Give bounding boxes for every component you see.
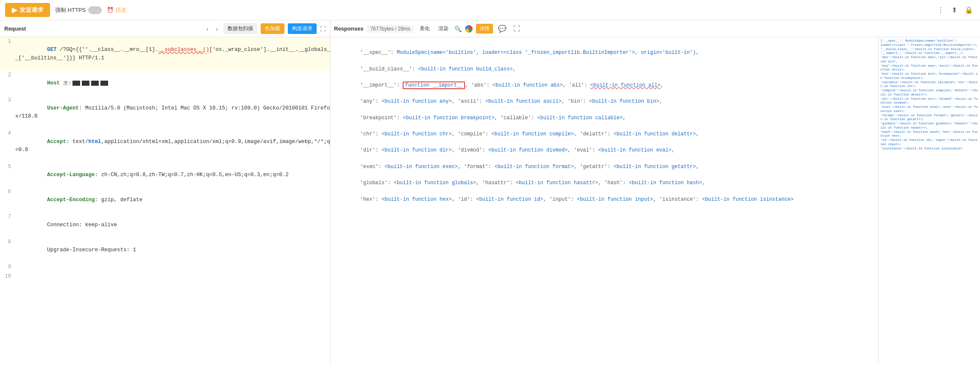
highlighted-import: function __import__ bbox=[403, 81, 465, 89]
tab-construct-button[interactable]: 构造请求 bbox=[288, 23, 317, 34]
mini-response-panel: {'__spec__': ModuleSpec(name='builtins',… bbox=[878, 37, 980, 365]
toolbar-right: ⋮ ⬆ 🔒 bbox=[935, 4, 975, 16]
response-title: Responses bbox=[334, 25, 363, 32]
code-line-8: 8 Upgrade-Insecure-Requests: 1 bbox=[0, 238, 330, 263]
code-line-3: 3 User-Agent: Mozilla/5.0 (Macintosh; In… bbox=[0, 96, 330, 129]
request-code-area[interactable]: 1 GET /?GQ={{''.__class__.__mro__[1].__s… bbox=[0, 37, 330, 365]
code-line-10: 10 bbox=[0, 272, 330, 281]
chrome-icon bbox=[465, 25, 473, 33]
response-content-wrapper: '__spec__': ModuleSpec(name='builtins', … bbox=[331, 37, 980, 365]
comment-icon-button[interactable]: 💬 bbox=[496, 23, 508, 34]
tab-hotload-button[interactable]: 热加载 bbox=[261, 23, 284, 34]
code-line-5: 5 Accept-Language: zh-CN,zh;q=0.8,zh-TW;… bbox=[0, 163, 330, 188]
code-line-6: 6 Accept-Encoding: gzip, deflate bbox=[0, 188, 330, 213]
lock-icon-button[interactable]: 🔒 bbox=[963, 4, 975, 16]
force-https-toggle[interactable] bbox=[88, 6, 102, 14]
code-line-2: 2 Host ?: bbox=[0, 71, 330, 96]
upload-icon-button[interactable]: ⬆ bbox=[950, 4, 959, 16]
send-icon: ▶ bbox=[12, 6, 17, 14]
request-panel-title: Request bbox=[4, 25, 26, 32]
share-icon-button[interactable]: ⋮ bbox=[935, 4, 946, 16]
request-panel: Request ‹ › 数据包扫描 热加载 构造请求 ⛶ 1 GET /?GQ=… bbox=[0, 20, 331, 365]
response-body[interactable]: '__spec__': ModuleSpec(name='builtins', … bbox=[331, 37, 878, 365]
clock-icon: ⏰ bbox=[107, 7, 114, 13]
nav-prev-button[interactable]: ‹ bbox=[204, 25, 211, 33]
request-panel-header: Request ‹ › 数据包扫描 热加载 构造请求 ⛶ bbox=[0, 20, 330, 37]
detail-button[interactable]: 详情 bbox=[476, 24, 493, 34]
toolbar: ▶ 发送请求 强制 HTTPS ⏰ 历史 ⋮ ⬆ 🔒 bbox=[0, 0, 980, 20]
code-line-4: 4 Accept: text/html,application/xhtml+xm… bbox=[0, 129, 330, 163]
tab-scan-button[interactable]: 数据包扫描 bbox=[223, 23, 257, 34]
beautify-button[interactable]: 美化 bbox=[417, 24, 432, 34]
main-content: Request ‹ › 数据包扫描 热加载 构造请求 ⛶ 1 GET /?GQ=… bbox=[0, 20, 980, 365]
code-line-1: 1 GET /?GQ={{''.__class__.__mro__[1].__s… bbox=[0, 37, 330, 71]
code-line-9: 9 bbox=[0, 263, 330, 272]
send-label: 发送请求 bbox=[19, 6, 43, 14]
response-header: Responses 7677bytes / 28ms 美化 渲染 🔍 详情 💬 … bbox=[331, 20, 980, 37]
history-button[interactable]: ⏰ 历史 bbox=[107, 6, 127, 14]
expand-response-button[interactable]: ⛶ bbox=[512, 23, 522, 34]
search-response-button[interactable]: 🔍 bbox=[454, 25, 462, 32]
send-request-button[interactable]: ▶ 发送请求 bbox=[5, 3, 50, 17]
code-line-7: 7 Connection: keep-alive bbox=[0, 213, 330, 238]
history-label: 历史 bbox=[116, 6, 127, 14]
render-button[interactable]: 渲染 bbox=[436, 24, 451, 34]
response-panel: Responses 7677bytes / 28ms 美化 渲染 🔍 详情 💬 … bbox=[331, 20, 980, 365]
response-meta: 7677bytes / 28ms bbox=[367, 25, 414, 33]
force-https-label: 强制 HTTPS bbox=[55, 6, 102, 14]
nav-next-button[interactable]: › bbox=[214, 25, 220, 33]
expand-request-button[interactable]: ⛶ bbox=[320, 25, 326, 32]
